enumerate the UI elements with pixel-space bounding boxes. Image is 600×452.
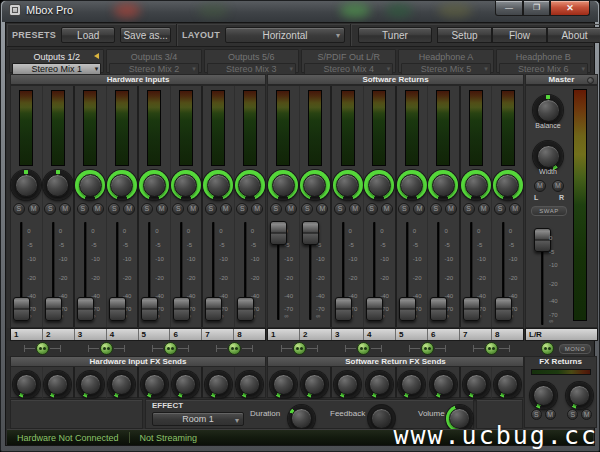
- fader-handle[interactable]: [399, 297, 416, 321]
- fader-handle[interactable]: [430, 297, 447, 321]
- pan-knob[interactable]: [139, 170, 169, 200]
- mute-button[interactable]: M: [251, 203, 263, 215]
- fader-handle[interactable]: [463, 297, 480, 321]
- mute-button[interactable]: M: [123, 203, 135, 215]
- maximize-button[interactable]: ❐: [523, 1, 550, 16]
- mute-button[interactable]: M: [349, 203, 361, 215]
- solo-button[interactable]: S: [172, 203, 184, 215]
- pan-knob[interactable]: [333, 170, 363, 200]
- mute-button[interactable]: M: [156, 203, 168, 215]
- mute-right-button[interactable]: M: [552, 180, 564, 192]
- master-header-button[interactable]: [587, 77, 594, 84]
- stereo-link-button[interactable]: [164, 342, 177, 355]
- fx-send-knob[interactable]: [366, 371, 393, 398]
- mute-button[interactable]: M: [381, 203, 393, 215]
- minimize-button[interactable]: —: [495, 1, 523, 16]
- effect-preset-select[interactable]: Room 1 ▾: [152, 412, 244, 426]
- pan-knob[interactable]: [428, 170, 458, 200]
- width-knob[interactable]: [533, 141, 563, 171]
- pan-knob[interactable]: [364, 170, 394, 200]
- fx-send-knob[interactable]: [430, 371, 457, 398]
- pan-knob[interactable]: [43, 170, 73, 200]
- tuner-button[interactable]: Tuner: [358, 27, 432, 43]
- fader-handle[interactable]: [237, 297, 254, 321]
- stereo-link-button[interactable]: [293, 342, 306, 355]
- fader-handle[interactable]: [173, 297, 190, 321]
- solo-button[interactable]: S: [366, 203, 378, 215]
- solo-button[interactable]: S: [334, 203, 346, 215]
- stereo-link-button[interactable]: [36, 342, 49, 355]
- stereo-link-button[interactable]: [357, 342, 370, 355]
- fader-handle[interactable]: [335, 297, 352, 321]
- stereo-link-button[interactable]: [228, 342, 241, 355]
- close-button[interactable]: ✕: [550, 1, 590, 16]
- feedback-knob[interactable]: [368, 405, 395, 432]
- solo-button[interactable]: S: [463, 203, 475, 215]
- stereo-link-button[interactable]: [421, 342, 434, 355]
- fx-send-knob[interactable]: [13, 371, 40, 398]
- fx-send-knob[interactable]: [44, 371, 71, 398]
- fader-handle[interactable]: [77, 297, 94, 321]
- pan-knob[interactable]: [11, 170, 41, 200]
- pan-knob[interactable]: [268, 170, 298, 200]
- balance-knob[interactable]: [533, 95, 563, 125]
- fader-handle[interactable]: [109, 297, 126, 321]
- about-button[interactable]: About: [547, 27, 600, 43]
- fx-send-knob[interactable]: [236, 371, 263, 398]
- output-tab[interactable]: S/PDIF Out L/RStereo Mix 4▾: [301, 49, 396, 73]
- fx-send-knob[interactable]: [108, 371, 135, 398]
- output-tab[interactable]: Headphone AStereo Mix 5▾: [398, 49, 493, 73]
- mute-button[interactable]: M: [285, 203, 297, 215]
- pan-knob[interactable]: [461, 170, 491, 200]
- solo-button[interactable]: S: [141, 203, 153, 215]
- solo-button[interactable]: S: [398, 203, 410, 215]
- solo-button[interactable]: S: [494, 203, 506, 215]
- mute-button[interactable]: M: [509, 203, 521, 215]
- mute-button[interactable]: M: [413, 203, 425, 215]
- fx-send-knob[interactable]: [77, 371, 104, 398]
- fx-send-knob[interactable]: [141, 371, 168, 398]
- fader-handle[interactable]: [13, 297, 30, 321]
- load-button[interactable]: Load: [61, 27, 115, 43]
- solo-button[interactable]: S: [236, 203, 248, 215]
- pan-knob[interactable]: [397, 170, 427, 200]
- pan-knob[interactable]: [75, 170, 105, 200]
- output-tab[interactable]: Outputs 3/4Stereo Mix 2▾: [106, 49, 201, 73]
- solo-button[interactable]: S: [13, 203, 25, 215]
- pan-knob[interactable]: [493, 170, 523, 200]
- stereo-link-button[interactable]: [541, 342, 554, 355]
- pan-knob[interactable]: [235, 170, 265, 200]
- mute-button[interactable]: M: [445, 203, 457, 215]
- fx-send-knob[interactable]: [334, 371, 361, 398]
- layout-select[interactable]: Horizontal ▾: [225, 27, 345, 43]
- mute-button[interactable]: M: [92, 203, 104, 215]
- fader-handle[interactable]: [302, 221, 319, 245]
- solo-button[interactable]: S: [430, 203, 442, 215]
- mute-button[interactable]: M: [478, 203, 490, 215]
- fader-handle[interactable]: [495, 297, 512, 321]
- mute-button[interactable]: M: [59, 203, 71, 215]
- pan-knob[interactable]: [203, 170, 233, 200]
- mute-button[interactable]: M: [187, 203, 199, 215]
- solo-button[interactable]: S: [205, 203, 217, 215]
- fader-handle[interactable]: [141, 297, 158, 321]
- pan-knob[interactable]: [107, 170, 137, 200]
- mono-button[interactable]: MONO: [559, 344, 591, 354]
- pan-knob[interactable]: [300, 170, 330, 200]
- stereo-link-button[interactable]: [100, 342, 113, 355]
- solo-button[interactable]: S: [301, 203, 313, 215]
- solo-button[interactable]: S: [77, 203, 89, 215]
- fader-handle[interactable]: [205, 297, 222, 321]
- fx-send-knob[interactable]: [301, 371, 328, 398]
- output-tab[interactable]: Outputs 1/2Stereo Mix 1▾: [9, 49, 104, 73]
- pan-knob[interactable]: [171, 170, 201, 200]
- mute-button[interactable]: M: [28, 203, 40, 215]
- fx-send-knob[interactable]: [463, 371, 490, 398]
- stereo-link-button[interactable]: [485, 342, 498, 355]
- output-tab[interactable]: Headphone BStereo Mix 6▾: [496, 49, 591, 73]
- solo-button[interactable]: S: [108, 203, 120, 215]
- mute-button[interactable]: M: [316, 203, 328, 215]
- fx-send-knob[interactable]: [205, 371, 232, 398]
- swap-button[interactable]: SWAP: [531, 206, 567, 216]
- duration-knob[interactable]: [288, 405, 315, 432]
